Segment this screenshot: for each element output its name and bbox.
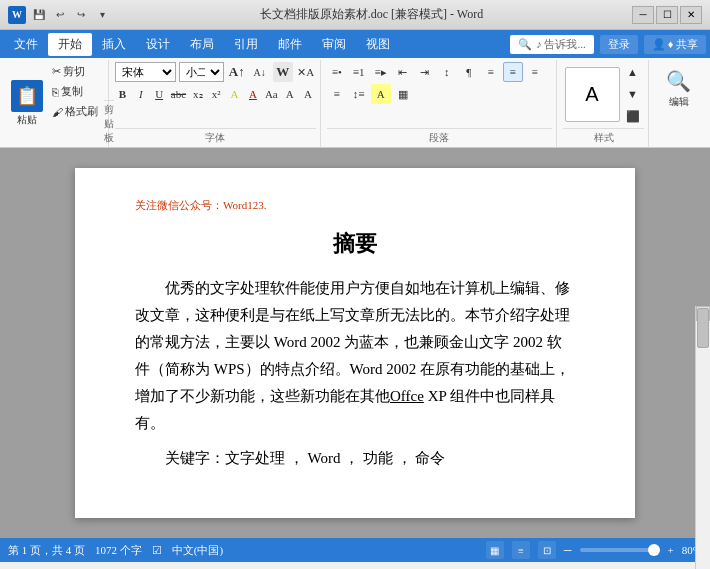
status-bar: 第 1 页，共 4 页 1072 个字 ☑ 中文(中国) ▦ ≡ ⊡ ─ + 8… — [0, 538, 710, 562]
show-marks-button[interactable]: ¶ — [459, 62, 479, 82]
scroll-thumb[interactable] — [697, 308, 709, 348]
list-bullet-button[interactable]: ≡• — [327, 62, 347, 82]
zoom-slider[interactable] — [580, 548, 660, 552]
undo-button[interactable]: ↩ — [51, 6, 69, 24]
paste-label: 粘贴 — [17, 113, 37, 127]
ribbon-group-paragraph: ≡• ≡1 ≡▸ ⇤ ⇥ ↕ ¶ ≡ ≡ ≡ ≡ ↕≡ A ▦ 段落 — [323, 60, 557, 147]
quick-access-toolbar: 💾 ↩ ↪ ▾ — [30, 6, 111, 24]
strikethrough-button[interactable]: abc — [170, 84, 187, 104]
menu-review[interactable]: 审阅 — [312, 33, 356, 56]
font-size-decrease-button[interactable]: A↓ — [250, 62, 270, 82]
superscript-button[interactable]: x² — [208, 84, 223, 104]
justify-button[interactable]: ≡ — [327, 84, 347, 104]
menu-insert[interactable]: 插入 — [92, 33, 136, 56]
align-left-button[interactable]: ≡ — [481, 62, 501, 82]
check-icon: ☑ — [152, 544, 162, 557]
document-title: 摘要 — [135, 229, 575, 259]
view-read-button[interactable]: ⊡ — [538, 541, 556, 559]
find-button[interactable]: 🔍 编辑 — [660, 62, 698, 114]
border-button[interactable]: ▦ — [393, 84, 413, 104]
title-bar: W 💾 ↩ ↪ ▾ 长文档排版原始素材.doc [兼容模式] - Word ─ … — [0, 0, 710, 30]
font-format-row: B I U abc x₂ x² A A Aa A A — [115, 84, 316, 104]
decrease-indent-button[interactable]: ⇤ — [393, 62, 413, 82]
qa-dropdown-button[interactable]: ▾ — [93, 6, 111, 24]
styles-down-button[interactable]: ▼ — [623, 84, 643, 104]
search-icon: 🔍 — [518, 38, 532, 51]
vertical-scrollbar[interactable]: ▲ ▼ — [695, 306, 710, 569]
close-button[interactable]: ✕ — [680, 6, 702, 24]
align-center-button[interactable]: ≡ — [503, 62, 523, 82]
header-text: 关注微信公众号：Word123. — [135, 198, 575, 213]
font-color-button[interactable]: A — [245, 84, 260, 104]
copy-button[interactable]: ⎘ 复制 — [48, 82, 102, 101]
char-spacing-button[interactable]: Aa — [264, 84, 279, 104]
app-icon: W — [8, 6, 26, 24]
subscript-button[interactable]: x₂ — [190, 84, 205, 104]
word-count: 1072 个字 — [95, 543, 142, 558]
view-print-button[interactable]: ▦ — [486, 541, 504, 559]
zoom-plus-button[interactable]: + — [668, 544, 674, 556]
menu-file[interactable]: 文件 — [4, 33, 48, 56]
styles-up-button[interactable]: ▲ — [623, 62, 643, 82]
styles-more-button[interactable]: ⬛ — [623, 106, 643, 126]
ribbon-content: 📋 粘贴 ✂ 剪切 ⎘ 复制 🖌 格式刷 剪贴板 宋体 小二 A↑ A↓ — [4, 60, 706, 147]
zoom-thumb[interactable] — [648, 544, 660, 556]
text-highlight-button[interactable]: A — [227, 84, 242, 104]
italic-button[interactable]: I — [133, 84, 148, 104]
paragraph-label: 段落 — [327, 128, 552, 145]
align-right-button[interactable]: ≡ — [525, 62, 545, 82]
format-painter-button[interactable]: 🖌 格式刷 — [48, 102, 102, 121]
menu-design[interactable]: 设计 — [136, 33, 180, 56]
zoom-minus-button[interactable]: ─ — [564, 544, 572, 556]
redo-button[interactable]: ↪ — [72, 6, 90, 24]
paste-icon: 📋 — [11, 80, 43, 112]
menu-bar: 文件 开始 插入 设计 布局 引用 邮件 审阅 视图 🔍 ♪ 告诉我... 登录… — [0, 30, 710, 58]
phonetic-button[interactable]: A — [282, 84, 297, 104]
sort-button[interactable]: ↕ — [437, 62, 457, 82]
status-right: ▦ ≡ ⊡ ─ + 80% — [486, 541, 702, 559]
paste-button[interactable]: 📋 粘贴 — [8, 62, 46, 145]
bold-button[interactable]: B — [115, 84, 130, 104]
font-name-row: 宋体 小二 A↑ A↓ W ✕A — [115, 62, 316, 82]
clipboard-sub: ✂ 剪切 ⎘ 复制 🖌 格式刷 — [48, 62, 102, 145]
menu-home[interactable]: 开始 — [48, 33, 92, 56]
list-multilevel-button[interactable]: ≡▸ — [371, 62, 391, 82]
share-button[interactable]: 👤 ♦ 共享 — [644, 35, 706, 54]
font-size-select[interactable]: 小二 — [179, 62, 224, 82]
char-border-button[interactable]: A — [300, 84, 315, 104]
list-number-button[interactable]: ≡1 — [349, 62, 369, 82]
menu-view[interactable]: 视图 — [356, 33, 400, 56]
ribbon-group-edit: 🔍 编辑 — [651, 60, 706, 147]
ask-box[interactable]: 🔍 ♪ 告诉我... — [510, 35, 594, 54]
menu-layout[interactable]: 布局 — [180, 33, 224, 56]
clear-format-button[interactable]: ✕A — [296, 62, 316, 82]
cut-button[interactable]: ✂ 剪切 — [48, 62, 102, 81]
font-name-select[interactable]: 宋体 — [115, 62, 176, 82]
font-size-increase-button[interactable]: A↑ — [227, 62, 247, 82]
ask-placeholder: ♪ 告诉我... — [536, 37, 586, 52]
view-web-button[interactable]: ≡ — [512, 541, 530, 559]
shading-button[interactable]: A — [371, 84, 391, 104]
style-normal-button[interactable]: A — [565, 67, 620, 122]
document-area[interactable]: 关注微信公众号：Word123. 摘要 优秀的文字处理软件能使用户方便自如地在计… — [0, 148, 710, 538]
menu-references[interactable]: 引用 — [224, 33, 268, 56]
line-spacing-button[interactable]: ↕≡ — [349, 84, 369, 104]
title-bar-left: W 💾 ↩ ↪ ▾ — [8, 6, 111, 24]
styles-label: 样式 — [563, 128, 644, 145]
login-button[interactable]: 登录 — [600, 35, 638, 54]
minimize-button[interactable]: ─ — [632, 6, 654, 24]
title-text: 长文档排版原始素材.doc [兼容模式] - Word — [111, 6, 632, 23]
menu-bar-right: 🔍 ♪ 告诉我... 登录 👤 ♦ 共享 — [510, 35, 706, 54]
restore-button[interactable]: ☐ — [656, 6, 678, 24]
underline-button[interactable]: U — [151, 84, 166, 104]
ribbon-group-font: 宋体 小二 A↑ A↓ W ✕A B I U abc x₂ x² A A Aa — [111, 60, 321, 147]
main-area: 关注微信公众号：Word123. 摘要 优秀的文字处理软件能使用户方便自如地在计… — [0, 148, 710, 538]
save-button[interactable]: 💾 — [30, 6, 48, 24]
share-icon: 👤 — [652, 38, 666, 51]
edit-label: 编辑 — [669, 95, 689, 109]
menu-mailings[interactable]: 邮件 — [268, 33, 312, 56]
increase-indent-button[interactable]: ⇥ — [415, 62, 435, 82]
ribbon-group-clipboard: 📋 粘贴 ✂ 剪切 ⎘ 复制 🖌 格式刷 剪贴板 — [4, 60, 109, 147]
font-display-button[interactable]: W — [273, 62, 293, 82]
edit-group-label — [655, 143, 702, 145]
